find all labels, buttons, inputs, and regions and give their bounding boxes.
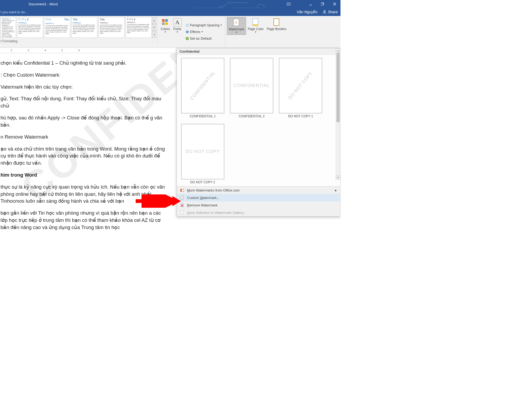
close-button[interactable] [329,0,340,8]
page-icon: A [180,196,184,200]
style-thumb[interactable]: Title Heading 1 On the Insert tab, the g… [71,17,97,38]
paragraph-spacing-icon [185,23,189,27]
set-as-default-button[interactable]: Set as Default [184,36,223,41]
ribbon: HEADING 1 On the Insert tab, the galleri… [0,16,340,48]
gallery-scroll-up[interactable]: ▲ [152,17,156,24]
menu-label: ore Watermarks from Office.com [190,188,240,192]
colors-icon [161,18,169,27]
colors-button[interactable]: Colors ▼ [159,17,172,34]
user-name[interactable]: Văn Nguyễn [297,10,317,14]
watermark-option-do-not-copy-2[interactable]: DO NOT COPY DO NOT COPY 2 [181,124,224,184]
menu-label: ave Selection to Watermark Gallery... [189,211,246,215]
watermark-option-confidential-2[interactable]: CONFIDENTIAL CONFIDENTIAL 2 [230,58,273,118]
page-color-icon [251,18,260,27]
watermark-icon: A [232,18,241,27]
svg-rect-21 [253,24,258,26]
page-color-button[interactable]: Page Color ▼ [246,17,265,34]
gallery-scroll[interactable]: ▲ ▼ ▾ [152,17,156,38]
window-title: Document1 - Word [29,2,58,6]
style-thumb[interactable]: TITLE HEADING 1 On the Insert tab, the g… [126,17,152,38]
svg-text:A: A [235,20,238,24]
svg-rect-12 [165,22,168,25]
dropdown-scrollbar[interactable]: ▲ ▼ [336,48,340,180]
watermark-option-confidential-1[interactable]: CONFIDENTIAL CONFIDENTIAL 1 [181,58,224,118]
style-thumb[interactable]: Title Heading 1 On the Insert tab, the g… [98,17,124,38]
scroll-down-icon[interactable]: ▼ [336,175,340,180]
watermark-dropdown: Confidential CONFIDENTIAL CONFIDENTIAL 1… [177,48,340,217]
watermark-button[interactable]: A Watermark ▼ [227,17,246,35]
share-button[interactable]: Share [322,10,338,14]
tell-me-bar: t you want to do... Văn Nguyễn Share [0,8,340,16]
ribbon-display-options-icon[interactable] [285,0,293,8]
minimize-button[interactable] [305,0,317,8]
paragraph-spacing-button[interactable]: Paragraph Spacing ▼ [184,23,223,28]
svg-rect-31 [181,211,183,214]
svg-point-16 [186,31,189,33]
group-label-document-formatting: t Formatting [1,39,18,43]
svg-rect-22 [274,19,279,26]
effects-icon [185,30,189,34]
fonts-icon: A [173,18,182,27]
remove-watermark-menuitem[interactable]: Remove Watermark [177,201,340,209]
document-formatting-gallery[interactable]: HEADING 1 On the Insert tab, the galleri… [0,16,157,43]
submenu-arrow-icon: ▶ [335,189,337,192]
style-thumb[interactable]: TITLE Heading 1 On the Insert tab, the g… [17,17,43,38]
share-icon [322,10,327,14]
title-bar: Document1 - Word [0,0,340,8]
page-borders-icon [272,18,281,27]
watermark-gallery-grid: CONFIDENTIAL CONFIDENTIAL 1 CONFIDENTIAL… [177,55,340,186]
svg-rect-11 [162,22,165,25]
svg-rect-5 [321,3,323,5]
remove-icon [180,203,184,207]
menu-label: emove Watermark [189,203,218,207]
style-thumb[interactable]: TITLETitle HEADING 1 On the Insert tab, … [44,17,70,38]
document-content[interactable]: chọn kiểu Confidential 1 – Chữ nghiêng t… [0,53,170,239]
svg-text:A: A [181,197,183,199]
scroll-thumb[interactable] [336,53,340,122]
page-borders-button[interactable]: Page Borders [265,17,288,32]
tell-me-input[interactable]: t you want to do... [1,10,28,14]
watermark-option-do-not-copy-1[interactable]: DO NOT COPY DO NOT COPY 1 [279,58,322,118]
fonts-button[interactable]: A Fonts ▼ [172,17,183,34]
office-icon [180,188,184,192]
save-gallery-icon [180,210,184,215]
check-icon [185,37,189,40]
svg-point-8 [324,10,325,12]
scroll-up-icon[interactable]: ▲ [336,48,340,53]
svg-rect-9 [162,19,165,22]
more-watermarks-menuitem[interactable]: More Watermarks from Office.com ▶ [177,186,340,194]
svg-rect-25 [181,189,182,192]
maximize-button[interactable] [317,0,329,8]
effects-button[interactable]: Effects ▼ [184,29,223,34]
gallery-expand[interactable]: ▾ [152,31,156,38]
custom-watermark-menuitem[interactable]: A Custom Watermark... [177,194,340,201]
menu-label: Custom [187,196,200,200]
gallery-scroll-down[interactable]: ▼ [152,24,156,31]
dropdown-section-header: Confidential [177,48,340,55]
svg-rect-10 [165,19,168,22]
save-selection-menuitem: Save Selection to Watermark Gallery... [177,209,340,216]
style-thumb[interactable]: HEADING 1 On the Insert tab, the galleri… [1,17,16,38]
